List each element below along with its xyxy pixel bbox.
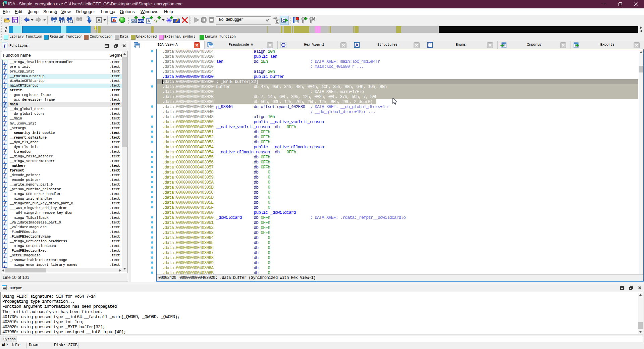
svg-text:‘s’: ‘s’ — [154, 18, 159, 23]
svg-text:A: A — [148, 19, 150, 23]
svg-text:A: A — [97, 18, 101, 23]
svg-text:T: T — [62, 20, 64, 23]
svg-text:DATA: DATA — [138, 20, 145, 23]
svg-text:C: C — [276, 19, 279, 23]
svg-text:C: C — [282, 18, 285, 22]
svg-text:#: # — [54, 20, 56, 23]
svg-text:CODE: CODE — [131, 20, 137, 23]
svg-text:101: 101 — [68, 20, 73, 23]
